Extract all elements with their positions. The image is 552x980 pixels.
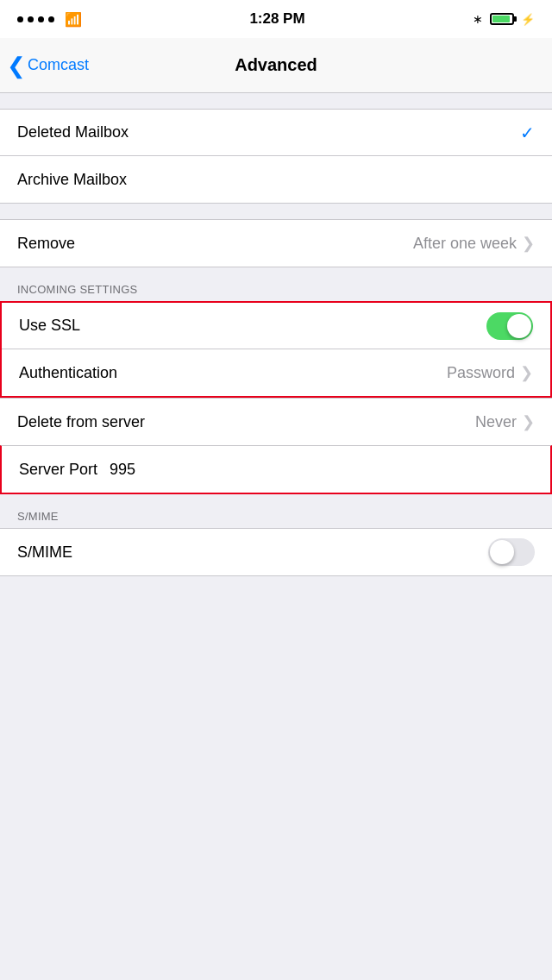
archive-mailbox-row[interactable]: Archive Mailbox bbox=[0, 156, 552, 203]
authentication-row[interactable]: Authentication Password ❯ bbox=[2, 349, 550, 396]
remove-value: After one week ❯ bbox=[413, 234, 535, 253]
remove-label: Remove bbox=[17, 235, 75, 253]
incoming-settings-header: INCOMING SETTINGS bbox=[0, 267, 552, 301]
deleted-mailbox-label: Deleted Mailbox bbox=[17, 123, 129, 141]
mailbox-group: Deleted Mailbox ✓ Archive Mailbox bbox=[0, 109, 552, 204]
server-port-row[interactable]: Server Port 995 bbox=[2, 446, 550, 493]
status-time: 1:28 PM bbox=[249, 10, 304, 28]
checkmark-icon: ✓ bbox=[520, 122, 535, 143]
toggle-knob bbox=[507, 314, 531, 338]
use-ssl-label: Use SSL bbox=[19, 317, 80, 335]
incoming-settings-group: Use SSL Authentication Password ❯ bbox=[0, 301, 552, 398]
delete-from-server-value: Never ❯ bbox=[475, 412, 535, 431]
back-chevron-icon: ❮ bbox=[7, 54, 26, 77]
bluetooth-icon: ∗ bbox=[473, 12, 483, 26]
smime-header: S/MIME bbox=[0, 494, 552, 528]
use-ssl-toggle[interactable] bbox=[486, 312, 533, 340]
smime-row[interactable]: S/MIME bbox=[0, 529, 552, 575]
spacer-top bbox=[0, 93, 552, 109]
lightning-icon: ⚡ bbox=[521, 13, 535, 26]
authentication-value: Password ❯ bbox=[447, 363, 533, 382]
deleted-mailbox-row[interactable]: Deleted Mailbox ✓ bbox=[0, 110, 552, 156]
server-port-group: Server Port 995 bbox=[0, 445, 552, 494]
authentication-label: Authentication bbox=[19, 364, 117, 382]
smime-toggle[interactable] bbox=[488, 538, 535, 566]
chevron-icon: ❯ bbox=[522, 234, 535, 253]
delete-from-server-label: Delete from server bbox=[17, 413, 145, 431]
wifi-icon: 📶 bbox=[65, 11, 82, 28]
spacer-deleted: DELETED MESSAGES bbox=[0, 204, 552, 219]
smime-toggle-knob bbox=[490, 540, 514, 564]
delete-from-server-row[interactable]: Delete from server Never ❯ bbox=[0, 399, 552, 445]
nav-bar: ❮ Comcast Advanced bbox=[0, 38, 552, 93]
deleted-messages-group: Remove After one week ❯ bbox=[0, 219, 552, 267]
server-chevron-icon: ❯ bbox=[522, 412, 535, 431]
server-group: Delete from server Never ❯ bbox=[0, 398, 552, 445]
server-port-label: Server Port bbox=[19, 461, 97, 479]
smime-group: S/MIME bbox=[0, 528, 552, 576]
server-port-value: 995 bbox=[110, 461, 135, 479]
smime-label: S/MIME bbox=[17, 543, 72, 562]
battery-icon bbox=[490, 13, 514, 25]
remove-row[interactable]: Remove After one week ❯ bbox=[0, 220, 552, 267]
status-bar: 📶 1:28 PM ∗ ⚡ bbox=[0, 0, 552, 38]
use-ssl-row[interactable]: Use SSL bbox=[2, 303, 550, 349]
auth-chevron-icon: ❯ bbox=[520, 363, 533, 382]
page-title: Advanced bbox=[235, 55, 317, 75]
back-label: Comcast bbox=[28, 56, 89, 74]
bottom-spacer bbox=[0, 576, 552, 611]
signal-dots bbox=[17, 16, 54, 22]
back-button[interactable]: ❮ Comcast bbox=[7, 54, 89, 77]
archive-mailbox-label: Archive Mailbox bbox=[17, 171, 127, 189]
